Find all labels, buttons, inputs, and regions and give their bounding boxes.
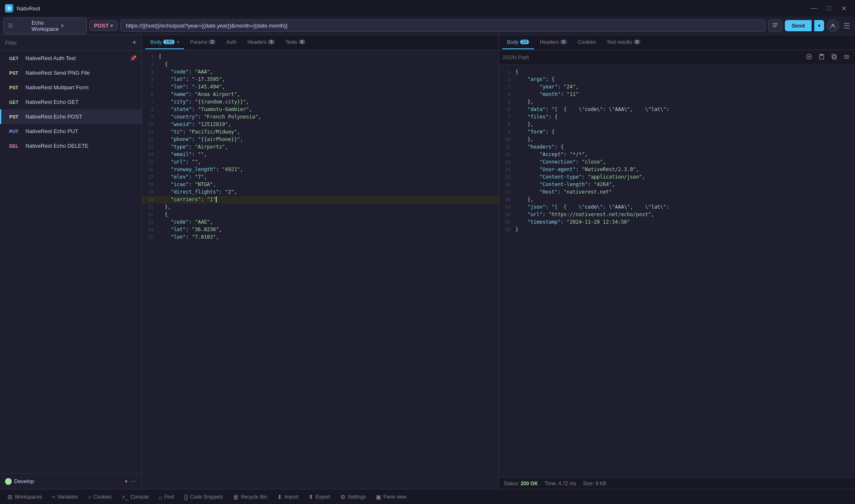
app-menu-button[interactable]: ☰ — [842, 20, 852, 32]
pane-view-icon: ▣ — [376, 494, 381, 500]
code-line: 3 "year": "24", — [499, 83, 855, 91]
env-chevron-icon[interactable]: ▾ — [125, 478, 128, 484]
line-number: 16 — [499, 182, 516, 187]
export-button[interactable]: ⬆ Export — [304, 492, 334, 502]
import-button[interactable]: ⬇ Import — [273, 492, 303, 502]
sidebar-item-png[interactable]: PST NativeRest Send PNG File — [0, 66, 142, 80]
cookies-button[interactable]: ○ Cookies — [84, 492, 116, 502]
panels: Body 192 ▾ Params 2 Auth Headers 3 — [142, 35, 855, 489]
workspaces-icon: ⊞ — [8, 494, 13, 500]
tab-test-results[interactable]: Test results 8 — [602, 36, 645, 49]
code-line: 7 "files": { — [499, 113, 855, 121]
workspaces-button[interactable]: ⊞ Workspaces — [3, 492, 46, 502]
item-name: NativeRest Multipart Form — [25, 84, 89, 91]
response-panel: Body 24 Headers 5 Cookies Test results 8 — [499, 35, 855, 489]
code-line: 15 "Content-type": "application/json", — [499, 174, 855, 181]
code-line: 2 { — [142, 61, 498, 68]
sidebar-item-echo-put[interactable]: PUT NativeRest Echo PUT — [0, 124, 142, 139]
sidebar-item-multipart[interactable]: PST NativeRest Multipart Form — [0, 80, 142, 95]
line-number: 4 — [142, 77, 159, 82]
line-number: 3 — [142, 69, 159, 75]
copy-response-button[interactable] — [829, 52, 839, 63]
code-line: 9 "form": { — [499, 129, 855, 136]
line-content: "timestamp": "2024-11-20 12:34:56" — [516, 219, 855, 225]
line-number: 1 — [499, 69, 516, 75]
tab-response-body[interactable]: Body 24 — [502, 36, 534, 49]
find-button[interactable]: ⌕ Find — [154, 492, 178, 502]
tab-auth[interactable]: Auth — [221, 36, 242, 49]
svg-rect-10 — [832, 54, 835, 58]
app-title: NativRest — [17, 5, 804, 12]
sidebar-item-echo-get[interactable]: GET NativeRest Echo GET — [0, 95, 142, 109]
line-number: 21 — [499, 219, 516, 225]
method-label: POST — [94, 23, 109, 29]
tab-params[interactable]: Params 2 — [185, 36, 220, 49]
line-content: "User-agent": "NativeRest/2.3.0", — [516, 166, 855, 172]
code-line: 12 "Accept": "*/*", — [499, 151, 855, 159]
method-selector[interactable]: POST ▾ — [89, 20, 118, 31]
line-content: "Accept": "*/*", — [516, 151, 855, 157]
bottom-bar: ⊞ Workspaces ≈ Variables ○ Cookies >_ Co… — [0, 489, 855, 504]
close-button[interactable]: ✕ — [838, 3, 850, 14]
chevron-down-icon: ▾ — [61, 23, 82, 29]
tab-body-chevron-icon[interactable]: ▾ — [177, 40, 179, 44]
code-line: 21 }, — [142, 204, 498, 211]
line-number: 5 — [499, 99, 516, 105]
tab-tests[interactable]: Tests 8 — [281, 36, 311, 49]
variables-button[interactable]: ≈ Variables — [48, 492, 82, 502]
code-snippets-button[interactable]: {} Code Snippets — [180, 492, 227, 502]
sidebar-environment: Develop ▾ ··· — [0, 473, 142, 489]
code-line: 10 "woeid": "12512819", — [142, 121, 498, 129]
sidebar-item-echo-delete[interactable]: DEL NativeRest Echo DELETE — [0, 139, 142, 153]
recycle-bin-button[interactable]: 🗑 Recycle Bin — [229, 492, 271, 502]
code-line: 3 "code": "AAA", — [142, 68, 498, 76]
sidebar-item-echo-post[interactable]: PST NativeRest Echo POST — [0, 109, 142, 124]
url-input[interactable] — [120, 20, 766, 32]
request-body-editor[interactable]: 1[2 {3 "code": "AAA",4 "lat": "-17.3595"… — [142, 50, 498, 489]
sidebar: + GET NativeRest Auth Test 📌 PST NativeR… — [0, 35, 142, 489]
env-more-button[interactable]: ··· — [130, 477, 137, 486]
line-content: }, — [516, 197, 855, 202]
code-line: 14 "email": "", — [142, 151, 498, 159]
maximize-button[interactable]: □ — [824, 3, 835, 14]
filter-input[interactable] — [5, 40, 129, 46]
add-request-button[interactable]: + — [132, 38, 137, 47]
line-number: 9 — [499, 129, 516, 135]
line-number: 2 — [142, 62, 159, 67]
settings-button[interactable]: ⚙ Settings — [336, 492, 370, 502]
sidebar-item-auth-test[interactable]: GET NativeRest Auth Test 📌 — [0, 51, 142, 66]
code-line: 8 "state": "Tuamotu-Gambier", — [142, 106, 498, 113]
line-content: "Connection": "close", — [516, 159, 855, 165]
user-avatar[interactable] — [827, 20, 839, 32]
line-content: "Content-type": "application/json", — [516, 174, 855, 180]
minimize-button[interactable]: — — [807, 3, 820, 14]
request-list: GET NativeRest Auth Test 📌 PST NativeRes… — [0, 51, 142, 473]
url-history-button[interactable] — [768, 20, 782, 32]
tab-test-results-badge: 8 — [634, 40, 640, 44]
format-button[interactable] — [804, 52, 814, 63]
svg-text:N: N — [8, 6, 10, 11]
workspace-selector[interactable]: ☰ Echo Workspace ▾ — [3, 18, 87, 34]
save-response-button[interactable] — [817, 52, 827, 63]
code-line: 15 "url": "", — [142, 159, 498, 166]
tab-headers[interactable]: Headers 3 — [243, 36, 280, 49]
code-line: 18 "icao": "NTGA", — [142, 181, 498, 189]
pane-view-button[interactable]: ▣ Pane view — [372, 492, 410, 502]
json-path-input[interactable] — [502, 54, 802, 60]
recycle-bin-label: Recycle Bin — [241, 494, 267, 500]
tab-response-headers[interactable]: Headers 5 — [535, 36, 572, 49]
line-number: 7 — [142, 99, 159, 105]
send-button[interactable]: Send — [785, 20, 812, 31]
code-line: 11 "headers": { — [499, 144, 855, 151]
line-content: "phone": "{{airPhone}}", — [159, 136, 498, 142]
code-line: 17 "Host": "nativerest.net" — [499, 189, 855, 196]
response-settings-button[interactable] — [842, 52, 852, 63]
line-content: "Content-length": "4264", — [516, 181, 855, 187]
code-line: 5 "lon": "-145.494", — [142, 83, 498, 91]
console-button[interactable]: >_ Console — [117, 492, 153, 502]
line-content: "json": "[ { \"code\": \"AAA\", \"lat\": — [516, 204, 855, 210]
tab-body[interactable]: Body 192 ▾ — [145, 36, 184, 49]
tab-response-cookies[interactable]: Cookies — [573, 36, 601, 49]
send-dropdown-button[interactable]: ▾ — [814, 20, 824, 31]
line-content: "name": "Anaa Airport", — [159, 91, 498, 97]
